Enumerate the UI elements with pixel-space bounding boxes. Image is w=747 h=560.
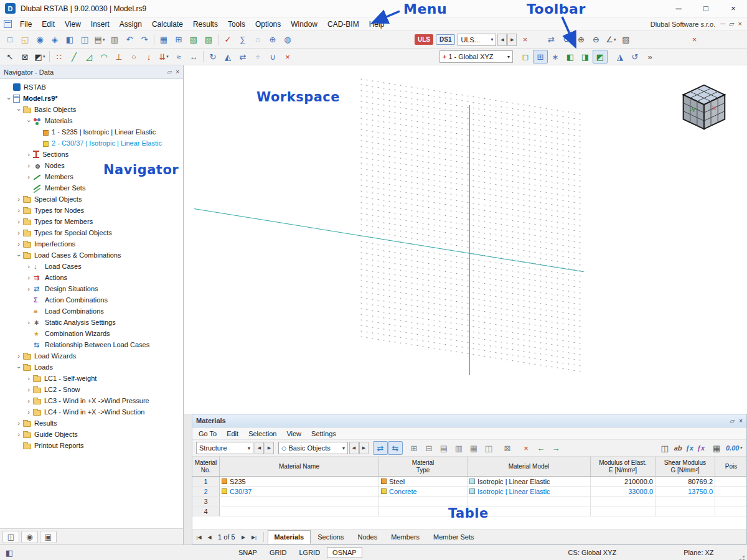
expander-icon[interactable]: › xyxy=(25,386,32,393)
column-header-e-n-mm[interactable]: Modulus of Elast.E [N/mm²] xyxy=(591,457,655,476)
table-cell[interactable]: C30/37 xyxy=(220,487,379,496)
dimension-button[interactable]: ↔ xyxy=(186,50,201,63)
tree-item-member-sets[interactable]: Member Sets xyxy=(0,182,183,194)
edit-divide-button[interactable]: ÷ xyxy=(250,50,265,63)
expander-icon[interactable]: › xyxy=(25,286,32,292)
tree-item-printout-reports[interactable]: Printout Reports xyxy=(0,440,183,451)
menu-insert[interactable]: Insert xyxy=(86,17,115,30)
tree-item-results[interactable]: ›Results xyxy=(0,418,183,429)
table-cell[interactable]: Isotropic | Linear Elastic xyxy=(467,487,591,496)
uls-badge[interactable]: ULS xyxy=(415,34,433,45)
expander-icon[interactable]: › xyxy=(25,263,32,270)
tree-item-load-wizards[interactable]: ›Load Wizards xyxy=(0,350,183,362)
table-cell[interactable] xyxy=(655,506,715,516)
show-tables-button[interactable]: ▦ xyxy=(156,33,171,47)
float-panel-icon[interactable]: ▱ xyxy=(167,68,172,75)
menu-results[interactable]: Results xyxy=(188,17,223,30)
design-situation-dropdown[interactable]: ULS...▾ xyxy=(458,34,496,46)
table-cell[interactable]: 2 xyxy=(192,487,220,496)
mirror-tool-button[interactable]: ◮ xyxy=(613,50,627,63)
table-cell[interactable]: Concrete xyxy=(379,487,467,496)
coordinate-system-status[interactable]: CS: Global XYZ xyxy=(568,549,617,556)
toggle-grid[interactable]: GRID xyxy=(264,547,293,558)
member-load-button[interactable]: ⇊▾ xyxy=(156,50,171,63)
plane-xz-button[interactable]: ◩ xyxy=(593,50,608,63)
panel-menu-go-to[interactable]: Go To xyxy=(194,427,222,439)
next-design-situation-button[interactable]: ▶ xyxy=(507,34,517,46)
fill-rows-button[interactable]: ▦ xyxy=(466,441,481,455)
prev-filter-button[interactable]: ◀ xyxy=(255,442,264,454)
tree-item-imperfections[interactable]: ›Imperfections xyxy=(0,238,183,250)
table-cell[interactable]: 1 xyxy=(192,477,220,486)
new-hinge-button[interactable]: ○ xyxy=(126,50,141,63)
toggle-osnap[interactable]: OSNAP xyxy=(327,547,362,558)
freeze-columns-button[interactable]: ◫ xyxy=(481,441,496,455)
expander-icon[interactable]: › xyxy=(15,196,22,203)
tree-item-load-combinations[interactable]: Load Combinations xyxy=(0,306,183,317)
column-header-type[interactable]: MaterialType xyxy=(379,457,467,476)
numpad-button[interactable]: ▦ xyxy=(709,441,724,455)
expander-icon[interactable]: › xyxy=(25,274,32,281)
move-view-button[interactable]: ⇄ xyxy=(543,33,558,47)
expander-icon[interactable]: › xyxy=(15,420,22,427)
sync-view-button[interactable]: ⇆ xyxy=(388,441,403,455)
open-model-button[interactable]: ◱ xyxy=(17,33,32,47)
tab-sections[interactable]: Sections xyxy=(311,530,350,544)
toggle-snap[interactable]: SNAP xyxy=(233,547,263,558)
tree-item-loads[interactable]: ›Loads xyxy=(0,362,183,373)
table-cell[interactable]: 4 xyxy=(192,506,220,516)
tree-item-special-objects[interactable]: ›Special Objects xyxy=(0,194,183,205)
menu-calculate[interactable]: Calculate xyxy=(147,17,188,30)
prev-page-button[interactable]: ◀ xyxy=(204,531,215,543)
clear-table-button[interactable]: ⊠ xyxy=(500,441,515,455)
tree-item-actions[interactable]: ›Actions xyxy=(0,272,183,283)
expander-icon[interactable]: › xyxy=(15,353,22,360)
tab-materials[interactable]: Materials xyxy=(268,530,311,544)
split-view-button[interactable]: ◫ xyxy=(657,441,672,455)
import-tables-button[interactable]: ▨ xyxy=(201,33,216,47)
tree-item-model-rs9[interactable]: ›Model.rs9* xyxy=(0,93,183,104)
expander-icon[interactable]: › xyxy=(15,207,22,214)
zoom-in-button[interactable]: ⊕ xyxy=(573,33,588,47)
more-tools-button[interactable]: » xyxy=(642,50,657,63)
copy-button[interactable]: ▥ xyxy=(107,33,122,47)
column-header-pois[interactable]: Pois xyxy=(715,457,746,476)
table-cell[interactable]: 80769.2 xyxy=(655,477,715,486)
mdi-minimize-icon[interactable]: ─ xyxy=(720,20,725,28)
table-cell[interactable] xyxy=(715,477,746,486)
tab-nodes[interactable]: Nodes xyxy=(350,530,384,544)
renumber-button[interactable]: ⊕ xyxy=(265,33,280,47)
expander-icon[interactable]: › xyxy=(16,251,22,259)
table-cell[interactable] xyxy=(655,497,715,506)
expander-icon[interactable]: › xyxy=(25,398,32,404)
clipping-button[interactable]: ▨ xyxy=(618,33,633,47)
maximize-button[interactable]: □ xyxy=(692,0,720,17)
menu-help[interactable]: Help xyxy=(364,17,390,30)
plane-yz-button[interactable]: ◨ xyxy=(578,50,593,63)
new-arc-button[interactable]: ◠ xyxy=(96,50,111,63)
import-table-button[interactable]: ← xyxy=(533,441,548,455)
views-panel-button[interactable]: ◉ xyxy=(21,531,38,543)
tree-item-load-cases-combinations[interactable]: ›Load Cases & Combinations xyxy=(0,250,183,261)
export-tables-button[interactable]: ▧ xyxy=(186,33,201,47)
first-page-button[interactable]: |◀ xyxy=(194,531,204,543)
table-row[interactable]: 2C30/37ConcreteIsotropic | Linear Elasti… xyxy=(192,487,746,497)
insert-row-button[interactable]: ⊞ xyxy=(406,441,421,455)
expander-icon[interactable]: › xyxy=(25,162,32,169)
data-panel-button[interactable]: ◫ xyxy=(2,531,19,543)
table-row[interactable]: 1S235SteelIsotropic | Linear Elastic2100… xyxy=(192,477,746,487)
plane-xy-button[interactable]: ◧ xyxy=(563,50,578,63)
tree-item-types-for-nodes[interactable]: ›Types for Nodes xyxy=(0,205,183,216)
edit-rotate-button[interactable]: ↻ xyxy=(205,50,220,63)
select-window-button[interactable]: ⊠ xyxy=(17,50,32,63)
print-button[interactable]: ▤▾ xyxy=(92,33,107,47)
navigation-cube[interactable]: -Y X xyxy=(672,77,733,138)
mdi-restore-icon[interactable]: ▱ xyxy=(729,20,734,28)
tree-item-lc4-wind-in-x-wind-suction[interactable]: ›LC4 - Wind in +X ->Wind Suction xyxy=(0,406,183,418)
expander-icon[interactable]: › xyxy=(6,95,12,102)
category-filter-dropdown[interactable]: ◇Basic Objects▾ xyxy=(278,442,348,454)
table-cell[interactable] xyxy=(591,497,655,506)
table-cell[interactable]: 210000.0 xyxy=(591,477,655,486)
panel-menu-selection[interactable]: Selection xyxy=(243,427,281,439)
menu-assign[interactable]: Assign xyxy=(115,17,147,30)
